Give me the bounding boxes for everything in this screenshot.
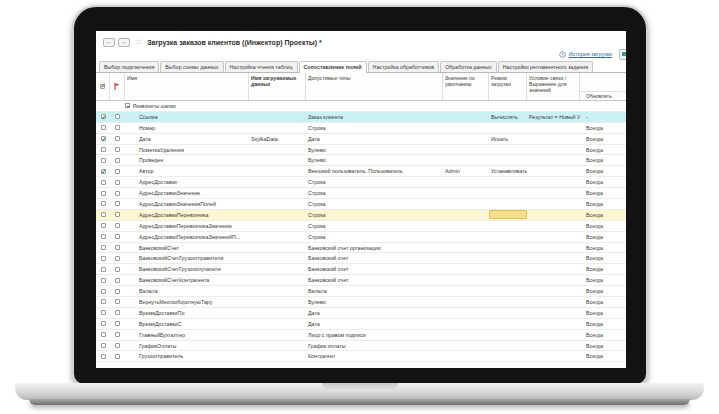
tab-item[interactable]: Настройка чтения таблиц xyxy=(225,61,298,72)
table-row[interactable]: Проведен Булево Всегда xyxy=(96,155,626,166)
cell-update[interactable]: Всегда xyxy=(580,253,626,263)
row-select-checkbox[interactable] xyxy=(96,147,110,152)
table-row[interactable]: БанковскийСчетКонтрагента Банковский сче… xyxy=(96,275,626,286)
row-select-checkbox[interactable] xyxy=(96,223,110,228)
cell-allowed-types[interactable]: График оплаты xyxy=(306,341,443,351)
row-flag-checkbox[interactable] xyxy=(110,158,125,163)
cell-allowed-types[interactable]: Строка xyxy=(306,210,443,220)
row-flag-checkbox[interactable] xyxy=(110,201,125,206)
row-flag-checkbox[interactable] xyxy=(110,223,125,228)
row-select-checkbox[interactable] xyxy=(96,343,110,348)
cell-allowed-types[interactable]: Строка xyxy=(306,232,443,242)
tab-item[interactable]: Настройка обработчиков xyxy=(368,61,440,72)
favorite-star-icon[interactable]: ☆ xyxy=(135,38,142,46)
table-row[interactable]: ГрафикОплаты График оплаты Всегда xyxy=(96,341,626,352)
row-select-checkbox[interactable] xyxy=(96,299,110,304)
tab-active[interactable]: Сопоставление полей xyxy=(299,61,367,73)
table-row[interactable]: ГлавныйБухгалтер Лицо с правом подписи В… xyxy=(96,330,626,341)
cell-allowed-types[interactable]: Строка xyxy=(306,177,443,187)
row-flag-checkbox[interactable] xyxy=(110,343,125,348)
cell-update[interactable]: Всегда xyxy=(580,351,626,361)
cell-default-value[interactable]: Admin xyxy=(443,166,489,176)
cell-update[interactable]: Всегда xyxy=(580,264,626,274)
cell-name[interactable]: Дата xyxy=(125,134,249,144)
column-header-condition[interactable]: Условие связи / Выражение для значений xyxy=(527,73,580,100)
column-header-update[interactable]: Обновлять xyxy=(580,91,626,100)
cell-load-mode[interactable] xyxy=(489,210,527,219)
cell-update[interactable]: Всегда xyxy=(580,166,626,176)
row-flag-checkbox[interactable] xyxy=(110,125,125,130)
table-row[interactable]: Ссылка Заказ клиента Вычислять Результат… xyxy=(96,112,626,123)
cell-update[interactable]: Всегда xyxy=(580,123,626,133)
row-flag-checkbox[interactable] xyxy=(110,321,125,326)
cell-update[interactable]: Всегда xyxy=(580,275,626,285)
cell-update[interactable]: Всегда xyxy=(580,243,626,253)
row-select-checkbox[interactable] xyxy=(96,125,110,130)
read-settings-button[interactable] xyxy=(619,49,626,60)
cell-update[interactable]: Всегда xyxy=(580,297,626,307)
cell-name[interactable]: ГрафикОплаты xyxy=(125,341,249,351)
table-row[interactable]: БанковскийСчетГрузоотправителя Банковски… xyxy=(96,253,626,264)
row-select-checkbox[interactable] xyxy=(96,267,110,272)
row-select-checkbox[interactable] xyxy=(96,289,110,294)
cell-allowed-types[interactable]: Дата xyxy=(306,308,443,318)
row-flag-checkbox[interactable] xyxy=(110,212,125,217)
cell-update[interactable]: Всегда xyxy=(580,319,626,329)
cell-name[interactable]: АдресДоставкиПеревозчикаЗначенийП... xyxy=(125,232,249,242)
table-row[interactable]: АдресДоставки Строка Всегда xyxy=(96,177,626,188)
cell-update[interactable]: Всегда xyxy=(580,188,626,198)
row-flag-checkbox[interactable] xyxy=(110,147,125,152)
cell-name[interactable]: Ссылка xyxy=(125,112,249,122)
cell-allowed-types[interactable]: Заказ клиента xyxy=(306,112,443,122)
cell-update[interactable]: Всегда xyxy=(580,134,626,144)
row-select-checkbox[interactable] xyxy=(96,278,110,283)
cell-name[interactable]: Проведен xyxy=(125,155,249,165)
column-header-types[interactable]: Допустимые типы xyxy=(306,73,443,100)
cell-allowed-types[interactable]: Банковский счет xyxy=(306,264,443,274)
row-flag-checkbox[interactable] xyxy=(110,169,125,174)
cell-load-mode[interactable]: Вычислять xyxy=(489,112,527,122)
cell-name[interactable]: АдресДоставки xyxy=(125,177,249,187)
row-select-checkbox[interactable] xyxy=(96,169,110,174)
row-flag-checkbox[interactable] xyxy=(110,332,125,337)
cell-allowed-types[interactable]: Строка xyxy=(306,123,443,133)
row-select-checkbox[interactable] xyxy=(96,191,110,196)
row-select-checkbox[interactable] xyxy=(96,212,110,217)
table-row[interactable]: ВремяДоставкиС Дата Всегда xyxy=(96,319,626,330)
cell-update[interactable]: Всегда xyxy=(580,341,626,351)
cell-name[interactable]: БанковскийСчетГрузоотправителя xyxy=(125,253,249,263)
cell-name[interactable]: Грузоотправитель xyxy=(125,351,249,361)
cell-allowed-types[interactable]: Булево xyxy=(306,145,443,155)
table-row[interactable]: БанковскийСчет Банковский счет организац… xyxy=(96,243,626,254)
back-button[interactable]: ← xyxy=(103,38,115,47)
cell-name[interactable]: Автор xyxy=(125,166,249,176)
row-flag-checkbox[interactable] xyxy=(110,245,125,250)
row-select-checkbox[interactable] xyxy=(96,321,110,326)
header-flag-cell[interactable] xyxy=(110,73,125,100)
cell-allowed-types[interactable]: Дата xyxy=(306,134,443,144)
tab-item[interactable]: Выбор схемы данных xyxy=(160,61,223,72)
row-select-checkbox[interactable] xyxy=(96,310,110,315)
table-row[interactable]: ВремяДоставкиПо Дата Всегда xyxy=(96,308,626,319)
cell-name[interactable]: АдресДоставкиПеревозчикаЗначение xyxy=(125,221,249,231)
cell-allowed-types[interactable]: Лицо с правом подписи xyxy=(306,330,443,340)
row-flag-checkbox[interactable] xyxy=(110,310,125,315)
cell-name[interactable]: АдресДоставкиЗначенияПолей xyxy=(125,199,249,209)
row-flag-checkbox[interactable] xyxy=(110,354,125,359)
column-header-default[interactable]: Значение по умолчанию xyxy=(443,73,489,100)
cell-update[interactable]: Всегда xyxy=(580,232,626,242)
table-row[interactable]: ВернутьМногооборотнуюТару Булево Всегда xyxy=(96,297,626,308)
table-row[interactable]: Дата SsylkaData Дата Искать Всегда xyxy=(96,134,626,145)
cell-link-condition[interactable]: Результат = Новый Уника... xyxy=(527,112,580,122)
cell-allowed-types[interactable]: Дата xyxy=(306,319,443,329)
cell-update[interactable]: Всегда xyxy=(580,155,626,165)
cell-update[interactable]: Всегда xyxy=(580,199,626,209)
cell-name[interactable]: БанковскийСчетГрузополучателя xyxy=(125,264,249,274)
cell-update[interactable]: Всегда xyxy=(580,145,626,155)
cell-update[interactable]: Всегда xyxy=(580,286,626,296)
cell-name[interactable]: АдресДоставкиЗначение xyxy=(125,188,249,198)
row-select-checkbox[interactable] xyxy=(96,245,110,250)
cell-update[interactable]: Всегда xyxy=(580,330,626,340)
table-row[interactable]: АдресДоставкиПеревозчикаЗначение Строка … xyxy=(96,221,626,232)
row-flag-checkbox[interactable] xyxy=(110,267,125,272)
